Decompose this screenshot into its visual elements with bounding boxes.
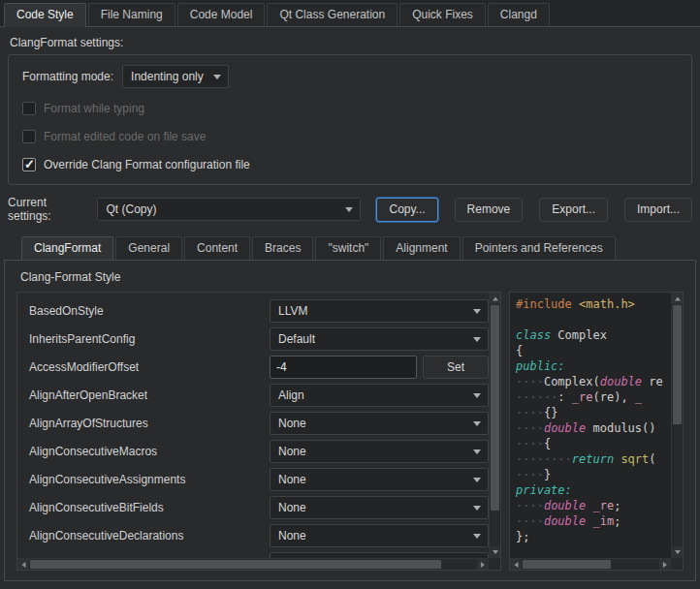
- style-option-name: BasedOnStyle: [27, 304, 270, 318]
- formatting-mode-combo[interactable]: Indenting only: [122, 65, 229, 88]
- scrollbar-handle[interactable]: [30, 560, 441, 569]
- scroll-up-icon[interactable]: [672, 293, 684, 304]
- code-line: ····Complex(double re: [516, 374, 671, 389]
- chevron-down-icon: [473, 337, 481, 342]
- tab-clangd[interactable]: Clangd: [488, 3, 550, 26]
- tab-qt-class-generation[interactable]: Qt Class Generation: [267, 3, 398, 26]
- checkbox-indicator[interactable]: [22, 130, 36, 143]
- code-line: class Complex: [516, 327, 671, 343]
- scrollbar-handle[interactable]: [523, 560, 611, 569]
- formatting-mode-value: Indenting only: [131, 70, 204, 83]
- current-settings-value: Qt (Copy): [106, 202, 156, 216]
- code-line: [516, 312, 671, 327]
- style-row: AlignConsecutiveAssignmentsNone: [27, 465, 489, 493]
- style-option-combo[interactable]: None: [270, 440, 489, 463]
- code-line: public:: [516, 358, 671, 374]
- tab-braces[interactable]: Braces: [252, 236, 313, 260]
- code-line: ····double modulus(): [516, 420, 671, 436]
- code-preview-text: #include <math.h> class Complex{public:·…: [510, 293, 671, 558]
- scroll-down-icon[interactable]: [672, 546, 684, 558]
- chevron-down-icon: [345, 207, 353, 212]
- code-line: private:: [516, 482, 671, 498]
- tab-clangformat[interactable]: ClangFormat: [21, 236, 113, 261]
- code-line: ····}: [516, 467, 671, 482]
- tab-general[interactable]: General: [115, 236, 182, 260]
- chevron-down-icon: [473, 534, 481, 539]
- scroll-left-icon[interactable]: [510, 559, 522, 571]
- tab-pointers-and-references[interactable]: Pointers and References: [462, 236, 616, 260]
- style-option-combo[interactable]: Default: [270, 327, 489, 351]
- chevron-down-icon: [473, 478, 481, 482]
- vertical-scrollbar[interactable]: [489, 293, 500, 558]
- scroll-up-icon[interactable]: [490, 293, 501, 304]
- style-option-name: AlignAfterOpenBracket: [27, 388, 270, 402]
- combo-value: None: [278, 445, 306, 458]
- combo-value: Default: [278, 332, 315, 346]
- scroll-right-icon[interactable]: [477, 559, 489, 571]
- checkbox-indicator[interactable]: [22, 102, 36, 115]
- style-option-name: AccessModifierOffset: [27, 360, 270, 374]
- checkbox-override-clang-format-configuration-file[interactable]: Override Clang Format configuration file: [22, 157, 678, 172]
- tab-switch[interactable]: "switch": [315, 236, 381, 260]
- style-option-name: InheritsParentConfig: [27, 332, 270, 346]
- chevron-down-icon: [473, 506, 481, 511]
- tab-quick-fixes[interactable]: Quick Fixes: [399, 3, 486, 26]
- set-button[interactable]: Set: [423, 356, 489, 379]
- combo-value: None: [278, 501, 306, 514]
- scroll-right-icon[interactable]: [659, 559, 671, 571]
- checkbox-format-edited-code-on-file-save[interactable]: Format edited code on file save: [22, 129, 678, 144]
- style-option-name: AlignConsecutiveMacros: [27, 445, 270, 458]
- code-line: ····{: [516, 436, 671, 451]
- checkbox-format-while-typing[interactable]: Format while typing: [22, 101, 678, 116]
- scroll-down-icon[interactable]: [490, 546, 501, 558]
- import-button[interactable]: Import...: [624, 198, 692, 222]
- scrollbar-corner: [671, 558, 683, 570]
- style-option-combo[interactable]: None: [270, 468, 489, 491]
- remove-button[interactable]: Remove: [455, 198, 524, 222]
- horizontal-scrollbar[interactable]: [17, 558, 489, 570]
- scroll-left-icon[interactable]: [17, 559, 29, 571]
- clang-format-style-title: Clang-Format Style: [20, 270, 684, 284]
- copy-button[interactable]: Copy...: [376, 198, 437, 222]
- settings-window: Code StyleFile NamingCode ModelQt Class …: [0, 0, 700, 589]
- style-option-combo[interactable]: None: [270, 524, 489, 547]
- chevron-down-icon: [473, 393, 481, 398]
- horizontal-scrollbar[interactable]: [510, 558, 671, 570]
- clangformat-settings-group: Formatting mode: Indenting only Format w…: [8, 54, 692, 185]
- style-option-control: Align: [270, 384, 489, 407]
- style-option-input[interactable]: [270, 356, 417, 379]
- clangformat-tab-pane: Clang-Format Style BasedOnStyleLLVMInher…: [4, 260, 696, 581]
- tab-alignment[interactable]: Alignment: [383, 236, 460, 260]
- current-settings-combo[interactable]: Qt (Copy): [97, 198, 361, 221]
- style-row: AlignConsecutiveDeclarationsNone: [27, 521, 489, 549]
- style-option-combo[interactable]: LLVM: [270, 299, 489, 323]
- checkbox-label: Format while typing: [44, 102, 144, 115]
- scrollbar-handle[interactable]: [673, 305, 682, 424]
- style-row: BasedOnStyleLLVM: [27, 296, 489, 325]
- tab-file-naming[interactable]: File Naming: [88, 3, 175, 26]
- style-option-combo[interactable]: None: [270, 496, 489, 519]
- style-option-name: AlignConsecutiveBitFields: [27, 501, 270, 514]
- checkbox-indicator[interactable]: [22, 158, 36, 171]
- combo-value: None: [278, 417, 306, 430]
- tab-code-style[interactable]: Code Style: [4, 3, 86, 27]
- clangformat-checkbox-list: Format while typingFormat edited code on…: [22, 101, 678, 172]
- tab-content[interactable]: Content: [184, 236, 250, 260]
- style-option-combo[interactable]: Align: [270, 384, 489, 407]
- style-row: InheritsParentConfigDefault: [27, 325, 489, 353]
- current-settings-label: Current settings:: [8, 196, 89, 223]
- style-option-name: AlignConsecutiveAssignments: [27, 473, 270, 486]
- scrollbar-handle[interactable]: [491, 305, 499, 511]
- combo-value: Align: [278, 388, 304, 402]
- code-line: ········return sqrt(: [516, 451, 671, 467]
- style-option-control: None: [270, 524, 489, 547]
- style-option-name: AlignArrayOfStructures: [27, 417, 270, 430]
- vertical-scrollbar[interactable]: [671, 293, 683, 558]
- tab-code-model[interactable]: Code Model: [177, 3, 266, 26]
- export-button[interactable]: Export...: [539, 198, 608, 222]
- chevron-down-icon: [473, 421, 481, 426]
- style-option-combo[interactable]: None: [270, 412, 489, 435]
- style-row: AlignAfterOpenBracketAlign: [27, 381, 489, 409]
- style-option-name: AlignConsecutiveDeclarations: [27, 529, 270, 542]
- code-line: };: [516, 529, 671, 544]
